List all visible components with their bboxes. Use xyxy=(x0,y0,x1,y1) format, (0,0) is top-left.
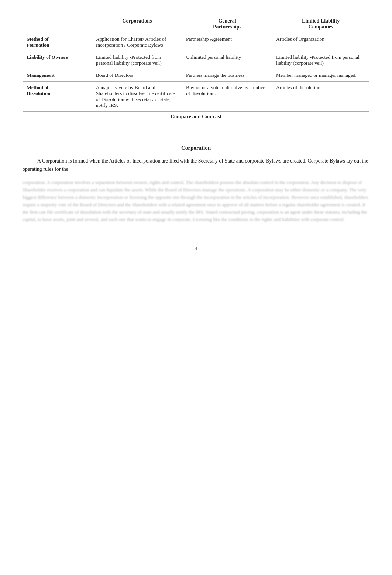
table-row: Method of Dissolution A majority vote by… xyxy=(23,82,369,112)
management-partnerships: Partners manage the business. xyxy=(182,69,272,82)
management-corporations: Board of Directors xyxy=(92,69,182,82)
formation-corporations: Application for Charter/ Articles of Inc… xyxy=(92,33,182,51)
row-label-dissolution: Method of Dissolution xyxy=(23,82,92,112)
row-label-management: Management xyxy=(23,69,92,82)
col-header-corporations: Corporations xyxy=(92,15,182,33)
table-row: Method of Formation Application for Char… xyxy=(23,33,369,51)
formation-partnerships: Partnership Agreement xyxy=(182,33,272,51)
col-header-general-partnerships: General Partnerships xyxy=(182,15,272,33)
liability-llc: Limited liability -Protected from person… xyxy=(272,51,369,69)
liability-corporations: Limited liability -Protected from person… xyxy=(92,51,182,69)
corporation-section: Corporation A Corporation is formed when… xyxy=(23,145,369,224)
corporation-paragraph-1: A Corporation is formed when the Article… xyxy=(23,157,369,174)
dissolution-partnerships: Buyout or a vote to dissolve by a notice… xyxy=(182,82,272,112)
row-label-liability: Liability of Owners xyxy=(23,51,92,69)
table-row: Management Board of Directors Partners m… xyxy=(23,69,369,82)
row-label-formation: Method of Formation xyxy=(23,33,92,51)
page-container: Corporations General Partnerships Limite… xyxy=(23,15,369,251)
dissolution-llc: Articles of dissolution xyxy=(272,82,369,112)
dissolution-corporations: A majority vote by Board and Shareholder… xyxy=(92,82,182,112)
table-row: Liability of Owners Limited liability -P… xyxy=(23,51,369,69)
liability-partnerships: Unlimited personal liability xyxy=(182,51,272,69)
corporation-section-title: Corporation xyxy=(23,145,369,151)
formation-llc: Articles of Organization xyxy=(272,33,369,51)
management-llc: Member managed or manager managed. xyxy=(272,69,369,82)
table-caption: Compare and Contrast xyxy=(23,112,369,123)
comparison-table: Corporations General Partnerships Limite… xyxy=(23,15,369,123)
col-header-empty xyxy=(23,15,92,33)
col-header-llc: Limited Liability Companies xyxy=(272,15,369,33)
corporation-blurred-text: corporation. A corporation involves a se… xyxy=(23,179,369,224)
page-number: 4 xyxy=(23,246,369,251)
table-caption-row: Compare and Contrast xyxy=(23,112,369,123)
